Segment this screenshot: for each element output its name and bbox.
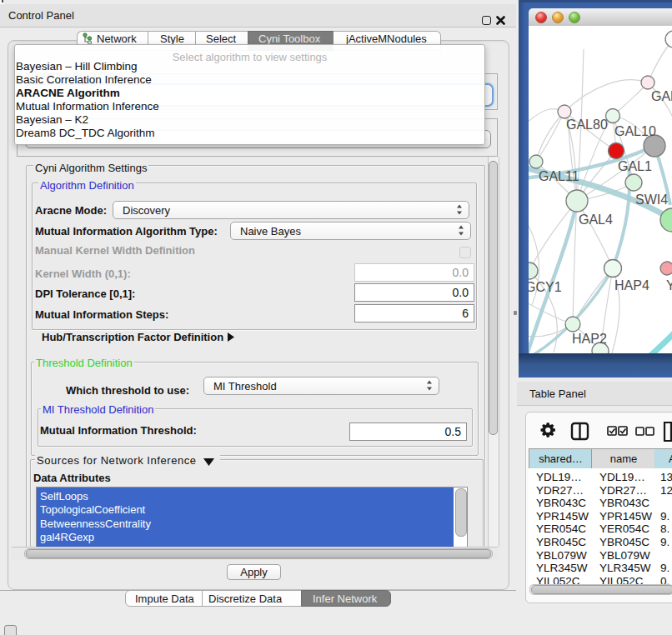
svg-text:GAL11: GAL11 <box>539 169 579 183</box>
svg-text:GAL80: GAL80 <box>566 118 608 132</box>
svg-text:GCY1: GCY1 <box>529 280 562 294</box>
svg-text:GAL4: GAL4 <box>579 212 613 227</box>
svg-text:GAL1: GAL1 <box>618 159 652 173</box>
svg-text:Y: Y <box>666 278 672 292</box>
svg-text:GAL7: GAL7 <box>651 89 672 103</box>
svg-text:GAL10: GAL10 <box>614 124 656 138</box>
svg-text:SWI4: SWI4 <box>635 192 668 207</box>
svg-text:HAP4: HAP4 <box>614 278 649 292</box>
svg-text:HAP2: HAP2 <box>572 332 607 346</box>
